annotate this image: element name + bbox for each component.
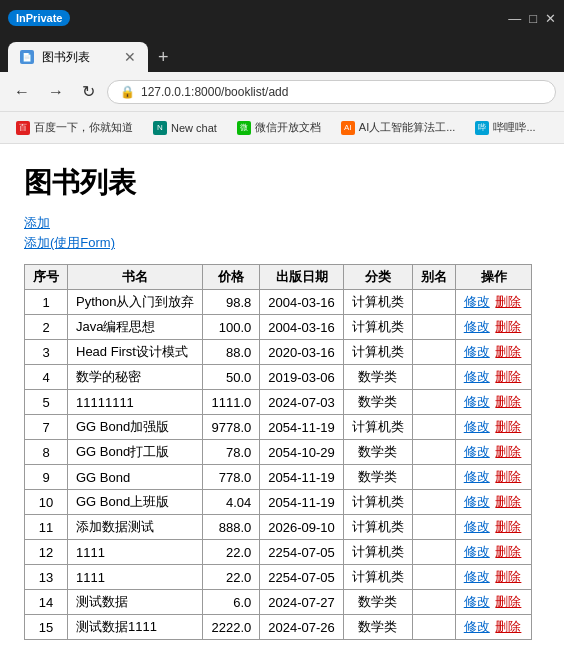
table-row: 15 测试数据1111 2222.0 2024-07-26 数学类 修改 删除	[25, 615, 532, 640]
edit-link[interactable]: 修改	[464, 519, 490, 534]
delete-link[interactable]: 删除	[495, 619, 521, 634]
window-minimize-icon[interactable]: —	[508, 11, 521, 26]
cell-actions: 修改 删除	[455, 590, 532, 615]
edit-link[interactable]: 修改	[464, 294, 490, 309]
tab-bar: 📄 图书列表 ✕ +	[0, 36, 564, 72]
edit-link[interactable]: 修改	[464, 344, 490, 359]
delete-link[interactable]: 删除	[495, 344, 521, 359]
edit-link[interactable]: 修改	[464, 594, 490, 609]
delete-link[interactable]: 删除	[495, 594, 521, 609]
col-header-id: 序号	[25, 265, 68, 290]
cell-alias	[412, 290, 455, 315]
page-content: 图书列表 添加 添加(使用Form) 序号 书名 价格 出版日期 分类 别名 操…	[0, 144, 564, 652]
cell-id: 10	[25, 490, 68, 515]
cell-date: 2054-11-19	[260, 465, 344, 490]
cell-price: 2222.0	[203, 615, 260, 640]
cell-actions: 修改 删除	[455, 565, 532, 590]
bookmark-newchat-label: New chat	[171, 122, 217, 134]
bookmark-baidu-favicon: 百	[16, 121, 30, 135]
delete-link[interactable]: 删除	[495, 569, 521, 584]
cell-actions: 修改 删除	[455, 315, 532, 340]
edit-link[interactable]: 修改	[464, 394, 490, 409]
bookmark-bili[interactable]: 哔 哔哩哔...	[467, 116, 543, 139]
cell-id: 5	[25, 390, 68, 415]
new-tab-button[interactable]: +	[150, 43, 177, 72]
delete-link[interactable]: 删除	[495, 544, 521, 559]
cell-category: 计算机类	[343, 490, 412, 515]
cell-category: 数学类	[343, 390, 412, 415]
cell-alias	[412, 315, 455, 340]
cell-alias	[412, 515, 455, 540]
cell-name: 测试数据	[68, 590, 203, 615]
table-row: 7 GG Bond加强版 9778.0 2054-11-19 计算机类 修改 删…	[25, 415, 532, 440]
table-row: 2 Java编程思想 100.0 2004-03-16 计算机类 修改 删除	[25, 315, 532, 340]
bookmark-ai-favicon: AI	[341, 121, 355, 135]
cell-name: 1111	[68, 540, 203, 565]
cell-date: 2026-09-10	[260, 515, 344, 540]
forward-button[interactable]: →	[42, 79, 70, 105]
delete-link[interactable]: 删除	[495, 319, 521, 334]
cell-date: 2020-03-16	[260, 340, 344, 365]
active-tab[interactable]: 📄 图书列表 ✕	[8, 42, 148, 72]
cell-date: 2024-07-27	[260, 590, 344, 615]
cell-date: 2054-11-19	[260, 490, 344, 515]
cell-category: 计算机类	[343, 290, 412, 315]
delete-link[interactable]: 删除	[495, 494, 521, 509]
refresh-button[interactable]: ↻	[76, 78, 101, 105]
address-text: 127.0.0.1:8000/booklist/add	[141, 85, 543, 99]
cell-price: 6.0	[203, 590, 260, 615]
cell-id: 11	[25, 515, 68, 540]
title-bar: InPrivate — □ ✕	[0, 0, 564, 36]
cell-price: 778.0	[203, 465, 260, 490]
cell-date: 2004-03-16	[260, 290, 344, 315]
table-row: 12 1111 22.0 2254-07-05 计算机类 修改 删除	[25, 540, 532, 565]
edit-link[interactable]: 修改	[464, 469, 490, 484]
page-title: 图书列表	[24, 164, 540, 202]
delete-link[interactable]: 删除	[495, 519, 521, 534]
tab-favicon: 📄	[20, 50, 34, 64]
delete-link[interactable]: 删除	[495, 369, 521, 384]
cell-id: 8	[25, 440, 68, 465]
cell-date: 2024-07-26	[260, 615, 344, 640]
edit-link[interactable]: 修改	[464, 494, 490, 509]
edit-link[interactable]: 修改	[464, 444, 490, 459]
cell-date: 2054-10-29	[260, 440, 344, 465]
delete-link[interactable]: 删除	[495, 419, 521, 434]
table-row: 11 添加数据测试 888.0 2026-09-10 计算机类 修改 删除	[25, 515, 532, 540]
tab-close-button[interactable]: ✕	[124, 49, 136, 65]
delete-link[interactable]: 删除	[495, 469, 521, 484]
bookmarks-bar: 百 百度一下，你就知道 N New chat 微 微信开放文档 AI AI人工智…	[0, 112, 564, 144]
back-button[interactable]: ←	[8, 79, 36, 105]
cell-price: 9778.0	[203, 415, 260, 440]
edit-link[interactable]: 修改	[464, 544, 490, 559]
edit-link[interactable]: 修改	[464, 619, 490, 634]
bookmark-baidu[interactable]: 百 百度一下，你就知道	[8, 116, 141, 139]
edit-link[interactable]: 修改	[464, 569, 490, 584]
lock-icon: 🔒	[120, 85, 135, 99]
cell-alias	[412, 340, 455, 365]
bookmark-ai[interactable]: AI AI人工智能算法工...	[333, 116, 464, 139]
address-bar[interactable]: 🔒 127.0.0.1:8000/booklist/add	[107, 80, 556, 104]
bookmark-wechat[interactable]: 微 微信开放文档	[229, 116, 329, 139]
bookmark-newchat-favicon: N	[153, 121, 167, 135]
window-close-icon[interactable]: ✕	[545, 11, 556, 26]
delete-link[interactable]: 删除	[495, 444, 521, 459]
bookmark-wechat-favicon: 微	[237, 121, 251, 135]
cell-category: 计算机类	[343, 515, 412, 540]
edit-link[interactable]: 修改	[464, 419, 490, 434]
edit-link[interactable]: 修改	[464, 319, 490, 334]
cell-alias	[412, 365, 455, 390]
table-row: 1 Python从入门到放弃 98.8 2004-03-16 计算机类 修改 删…	[25, 290, 532, 315]
delete-link[interactable]: 删除	[495, 394, 521, 409]
cell-actions: 修改 删除	[455, 490, 532, 515]
bookmark-newchat[interactable]: N New chat	[145, 117, 225, 139]
add-link[interactable]: 添加	[24, 214, 540, 232]
bookmark-bili-favicon: 哔	[475, 121, 489, 135]
add-form-link[interactable]: 添加(使用Form)	[24, 234, 540, 252]
cell-alias	[412, 440, 455, 465]
edit-link[interactable]: 修改	[464, 369, 490, 384]
table-row: 5 11111111 1111.0 2024-07-03 数学类 修改 删除	[25, 390, 532, 415]
window-maximize-icon[interactable]: □	[529, 11, 537, 26]
delete-link[interactable]: 删除	[495, 294, 521, 309]
cell-id: 7	[25, 415, 68, 440]
